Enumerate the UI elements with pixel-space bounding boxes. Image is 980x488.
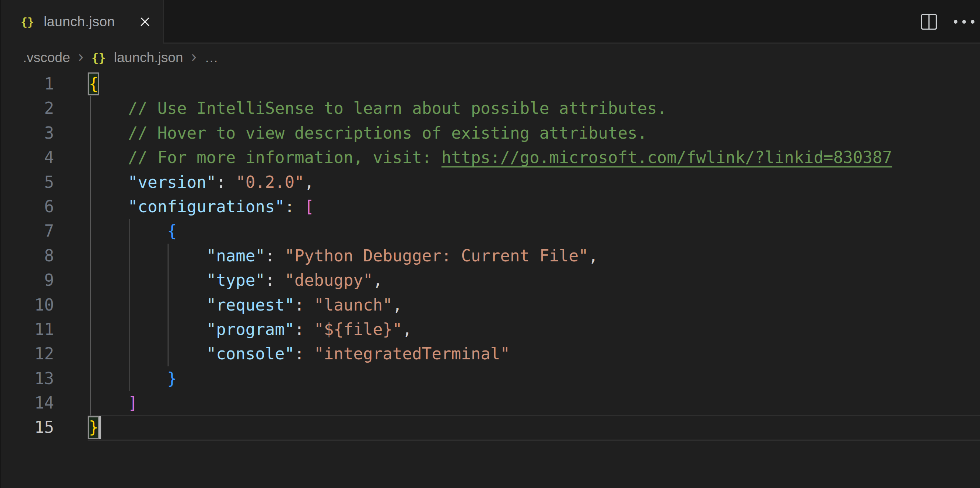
code-line-content: "request": "launch", <box>89 296 402 314</box>
line-number[interactable]: 6 <box>0 194 54 219</box>
line-number[interactable]: 15 <box>0 415 54 440</box>
code-line-13[interactable]: 13 } <box>0 366 980 391</box>
code-line-1[interactable]: 1{ <box>0 72 980 96</box>
tab-bar: {} launch.json <box>0 0 980 44</box>
json-file-icon: {} <box>92 51 106 65</box>
code-lines: 1{2 // Use IntelliSense to learn about p… <box>0 72 980 440</box>
json-file-icon: {} <box>21 16 34 29</box>
code-line-3[interactable]: 3 // Hover to view descriptions of exist… <box>0 121 980 145</box>
code-line-content: "version": "0.2.0", <box>89 173 314 191</box>
code-line-content: "console": "integratedTerminal" <box>89 344 510 363</box>
line-number[interactable]: 13 <box>0 366 54 391</box>
line-number[interactable]: 3 <box>0 121 54 145</box>
line-number[interactable]: 10 <box>0 293 54 317</box>
line-number[interactable]: 8 <box>0 244 54 268</box>
chevron-right-icon: › <box>191 48 196 65</box>
close-icon[interactable] <box>138 15 152 29</box>
breadcrumb-item-launch-json[interactable]: launch.json <box>114 50 183 65</box>
tabbar-bottom-border <box>164 43 980 44</box>
editor-actions <box>920 0 975 44</box>
line-number[interactable]: 4 <box>0 145 54 170</box>
code-line-content: "program": "${file}", <box>89 320 412 339</box>
more-actions-icon[interactable] <box>953 19 975 24</box>
code-line-content: // Hover to view descriptions of existin… <box>89 124 647 142</box>
code-line-12[interactable]: 12 "console": "integratedTerminal" <box>0 342 980 366</box>
code-line-5[interactable]: 5 "version": "0.2.0", <box>0 170 980 194</box>
code-line-4[interactable]: 4 // For more information, visit: https:… <box>0 145 980 170</box>
code-line-content: "configurations": [ <box>89 197 314 216</box>
code-line-content: { <box>89 74 99 93</box>
breadcrumb-item-symbol-path[interactable]: … <box>205 50 218 65</box>
code-line-content: } <box>89 369 177 388</box>
line-number[interactable]: 5 <box>0 170 54 194</box>
editor[interactable]: 1{2 // Use IntelliSense to learn about p… <box>0 72 980 488</box>
line-number[interactable]: 14 <box>0 391 54 415</box>
code-line-2[interactable]: 2 // Use IntelliSense to learn about pos… <box>0 96 980 121</box>
code-line-11[interactable]: 11 "program": "${file}", <box>0 317 980 342</box>
code-line-content: // Use IntelliSense to learn about possi… <box>89 99 667 118</box>
code-line-15[interactable]: 15} <box>0 415 980 440</box>
code-line-content: } <box>89 418 99 437</box>
breadcrumb: .vscode › {} launch.json › … <box>0 44 980 72</box>
code-line-content: { <box>89 221 177 240</box>
line-number[interactable]: 9 <box>0 268 54 292</box>
code-line-6[interactable]: 6 "configurations": [ <box>0 194 980 219</box>
code-line-9[interactable]: 9 "type": "debugpy", <box>0 268 980 292</box>
code-line-content: "name": "Python Debugger: Current File", <box>89 246 598 265</box>
line-number[interactable]: 2 <box>0 96 54 121</box>
text-cursor <box>99 416 101 439</box>
code-line-8[interactable]: 8 "name": "Python Debugger: Current File… <box>0 244 980 268</box>
tab-launch-json[interactable]: {} launch.json <box>0 0 164 44</box>
code-line-content: "type": "debugpy", <box>89 270 383 289</box>
tab-label: launch.json <box>44 14 115 30</box>
line-number[interactable]: 7 <box>0 219 54 243</box>
code-line-content: // For more information, visit: https://… <box>89 148 892 167</box>
line-number[interactable]: 1 <box>0 72 54 96</box>
split-editor-icon[interactable] <box>920 13 938 31</box>
line-number[interactable]: 11 <box>0 317 54 342</box>
chevron-right-icon: › <box>78 48 84 65</box>
breadcrumb-item-vscode[interactable]: .vscode <box>23 50 70 65</box>
code-line-content: ] <box>89 393 138 412</box>
code-line-10[interactable]: 10 "request": "launch", <box>0 293 980 317</box>
code-line-7[interactable]: 7 { <box>0 219 980 243</box>
code-line-14[interactable]: 14 ] <box>0 391 980 415</box>
line-number[interactable]: 12 <box>0 342 54 366</box>
